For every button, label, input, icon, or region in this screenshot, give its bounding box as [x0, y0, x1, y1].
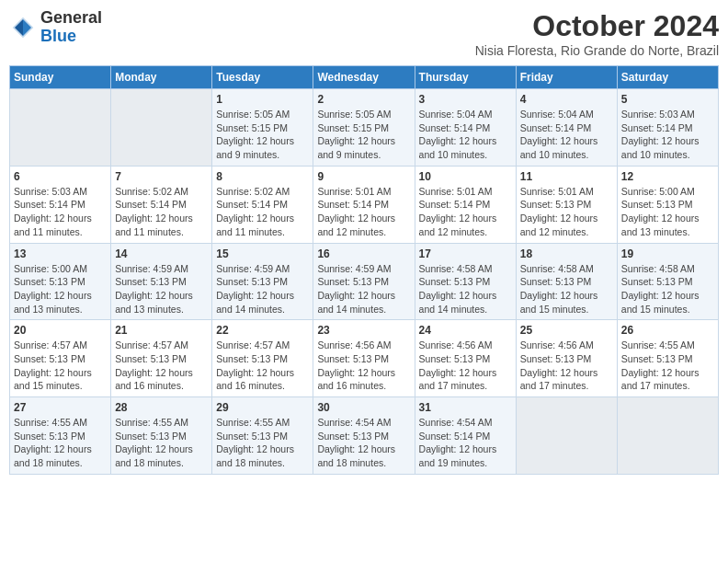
day-number: 25 — [520, 324, 613, 337]
logo-text: General Blue — [40, 9, 102, 46]
day-number: 9 — [317, 170, 410, 183]
day-number: 20 — [14, 324, 107, 337]
day-cell: 27Sunrise: 4:55 AM Sunset: 5:13 PM Dayli… — [10, 397, 111, 475]
day-number: 26 — [621, 324, 714, 337]
header-row: SundayMondayTuesdayWednesdayThursdayFrid… — [10, 66, 719, 89]
day-detail: Sunrise: 4:56 AM Sunset: 5:13 PM Dayligh… — [317, 339, 410, 393]
day-cell: 8Sunrise: 5:02 AM Sunset: 5:14 PM Daylig… — [212, 166, 313, 243]
day-detail: Sunrise: 5:03 AM Sunset: 5:14 PM Dayligh… — [14, 185, 107, 239]
day-detail: Sunrise: 4:55 AM Sunset: 5:13 PM Dayligh… — [621, 339, 714, 393]
day-cell: 18Sunrise: 4:58 AM Sunset: 5:13 PM Dayli… — [516, 243, 617, 320]
day-cell: 1Sunrise: 5:05 AM Sunset: 5:15 PM Daylig… — [212, 89, 313, 167]
day-cell: 24Sunrise: 4:56 AM Sunset: 5:13 PM Dayli… — [415, 320, 516, 397]
day-number: 15 — [216, 247, 309, 260]
day-cell: 19Sunrise: 4:58 AM Sunset: 5:13 PM Dayli… — [617, 243, 718, 320]
day-number: 11 — [520, 170, 613, 183]
day-number: 27 — [14, 401, 107, 414]
day-cell — [516, 397, 617, 475]
day-detail: Sunrise: 4:57 AM Sunset: 5:13 PM Dayligh… — [216, 339, 309, 393]
day-detail: Sunrise: 5:02 AM Sunset: 5:14 PM Dayligh… — [115, 185, 208, 239]
day-cell: 7Sunrise: 5:02 AM Sunset: 5:14 PM Daylig… — [111, 166, 212, 243]
day-detail: Sunrise: 5:02 AM Sunset: 5:14 PM Dayligh… — [216, 185, 309, 239]
day-cell: 11Sunrise: 5:01 AM Sunset: 5:13 PM Dayli… — [516, 166, 617, 243]
day-cell: 12Sunrise: 5:00 AM Sunset: 5:13 PM Dayli… — [617, 166, 718, 243]
day-cell: 10Sunrise: 5:01 AM Sunset: 5:14 PM Dayli… — [415, 166, 516, 243]
day-cell: 25Sunrise: 4:56 AM Sunset: 5:13 PM Dayli… — [516, 320, 617, 397]
column-header-thursday: Thursday — [415, 66, 516, 89]
day-cell: 13Sunrise: 5:00 AM Sunset: 5:13 PM Dayli… — [10, 243, 111, 320]
day-cell: 30Sunrise: 4:54 AM Sunset: 5:13 PM Dayli… — [313, 397, 415, 475]
day-cell: 3Sunrise: 5:04 AM Sunset: 5:14 PM Daylig… — [415, 89, 516, 167]
day-detail: Sunrise: 4:58 AM Sunset: 5:13 PM Dayligh… — [621, 262, 714, 316]
day-detail: Sunrise: 5:05 AM Sunset: 5:15 PM Dayligh… — [216, 108, 309, 162]
day-number: 21 — [115, 324, 208, 337]
day-detail: Sunrise: 4:58 AM Sunset: 5:13 PM Dayligh… — [419, 262, 512, 316]
day-number: 18 — [520, 247, 613, 260]
day-cell: 16Sunrise: 4:59 AM Sunset: 5:13 PM Dayli… — [313, 243, 415, 320]
day-number: 10 — [419, 170, 512, 183]
day-number: 5 — [621, 93, 714, 106]
day-cell: 15Sunrise: 4:59 AM Sunset: 5:13 PM Dayli… — [212, 243, 313, 320]
day-detail: Sunrise: 4:59 AM Sunset: 5:13 PM Dayligh… — [115, 262, 208, 316]
day-cell — [111, 89, 212, 167]
day-cell: 26Sunrise: 4:55 AM Sunset: 5:13 PM Dayli… — [617, 320, 718, 397]
day-cell: 22Sunrise: 4:57 AM Sunset: 5:13 PM Dayli… — [212, 320, 313, 397]
day-detail: Sunrise: 4:56 AM Sunset: 5:13 PM Dayligh… — [419, 339, 512, 393]
day-number: 8 — [216, 170, 309, 183]
day-cell — [10, 89, 111, 167]
column-header-sunday: Sunday — [10, 66, 111, 89]
title-block: October 2024 Nisia Floresta, Rio Grande … — [475, 9, 719, 58]
page-subtitle: Nisia Floresta, Rio Grande do Norte, Bra… — [475, 43, 719, 58]
day-cell — [617, 397, 718, 475]
day-detail: Sunrise: 4:54 AM Sunset: 5:13 PM Dayligh… — [317, 416, 410, 470]
day-detail: Sunrise: 4:58 AM Sunset: 5:13 PM Dayligh… — [520, 262, 613, 316]
day-cell: 29Sunrise: 4:55 AM Sunset: 5:13 PM Dayli… — [212, 397, 313, 475]
day-cell: 31Sunrise: 4:54 AM Sunset: 5:14 PM Dayli… — [415, 397, 516, 475]
logo: General Blue — [9, 9, 102, 46]
day-number: 2 — [317, 93, 410, 106]
day-detail: Sunrise: 4:59 AM Sunset: 5:13 PM Dayligh… — [216, 262, 309, 316]
day-number: 12 — [621, 170, 714, 183]
week-row-3: 13Sunrise: 5:00 AM Sunset: 5:13 PM Dayli… — [10, 243, 719, 320]
day-number: 24 — [419, 324, 512, 337]
day-detail: Sunrise: 5:05 AM Sunset: 5:15 PM Dayligh… — [317, 108, 410, 162]
day-cell: 9Sunrise: 5:01 AM Sunset: 5:14 PM Daylig… — [313, 166, 415, 243]
day-cell: 14Sunrise: 4:59 AM Sunset: 5:13 PM Dayli… — [111, 243, 212, 320]
day-cell: 5Sunrise: 5:03 AM Sunset: 5:14 PM Daylig… — [617, 89, 718, 167]
week-row-4: 20Sunrise: 4:57 AM Sunset: 5:13 PM Dayli… — [10, 320, 719, 397]
day-cell: 21Sunrise: 4:57 AM Sunset: 5:13 PM Dayli… — [111, 320, 212, 397]
day-number: 7 — [115, 170, 208, 183]
day-cell: 2Sunrise: 5:05 AM Sunset: 5:15 PM Daylig… — [313, 89, 415, 167]
day-number: 17 — [419, 247, 512, 260]
day-detail: Sunrise: 4:55 AM Sunset: 5:13 PM Dayligh… — [14, 416, 107, 470]
day-number: 4 — [520, 93, 613, 106]
day-detail: Sunrise: 5:03 AM Sunset: 5:14 PM Dayligh… — [621, 108, 714, 162]
day-number: 19 — [621, 247, 714, 260]
day-number: 13 — [14, 247, 107, 260]
day-detail: Sunrise: 4:57 AM Sunset: 5:13 PM Dayligh… — [14, 339, 107, 393]
column-header-friday: Friday — [516, 66, 617, 89]
day-cell: 17Sunrise: 4:58 AM Sunset: 5:13 PM Dayli… — [415, 243, 516, 320]
logo-icon — [9, 14, 37, 41]
day-number: 30 — [317, 401, 410, 414]
day-detail: Sunrise: 4:59 AM Sunset: 5:13 PM Dayligh… — [317, 262, 410, 316]
day-detail: Sunrise: 5:00 AM Sunset: 5:13 PM Dayligh… — [621, 185, 714, 239]
week-row-5: 27Sunrise: 4:55 AM Sunset: 5:13 PM Dayli… — [10, 397, 719, 475]
day-detail: Sunrise: 4:55 AM Sunset: 5:13 PM Dayligh… — [115, 416, 208, 470]
day-cell: 28Sunrise: 4:55 AM Sunset: 5:13 PM Dayli… — [111, 397, 212, 475]
day-number: 1 — [216, 93, 309, 106]
column-header-wednesday: Wednesday — [313, 66, 415, 89]
day-cell: 20Sunrise: 4:57 AM Sunset: 5:13 PM Dayli… — [10, 320, 111, 397]
day-number: 31 — [419, 401, 512, 414]
day-number: 3 — [419, 93, 512, 106]
day-detail: Sunrise: 5:01 AM Sunset: 5:13 PM Dayligh… — [520, 185, 613, 239]
day-number: 28 — [115, 401, 208, 414]
day-detail: Sunrise: 5:00 AM Sunset: 5:13 PM Dayligh… — [14, 262, 107, 316]
day-detail: Sunrise: 5:04 AM Sunset: 5:14 PM Dayligh… — [419, 108, 512, 162]
day-detail: Sunrise: 5:01 AM Sunset: 5:14 PM Dayligh… — [419, 185, 512, 239]
day-detail: Sunrise: 5:01 AM Sunset: 5:14 PM Dayligh… — [317, 185, 410, 239]
page-header: General Blue October 2024 Nisia Floresta… — [9, 9, 719, 58]
day-number: 16 — [317, 247, 410, 260]
day-number: 22 — [216, 324, 309, 337]
day-detail: Sunrise: 4:57 AM Sunset: 5:13 PM Dayligh… — [115, 339, 208, 393]
